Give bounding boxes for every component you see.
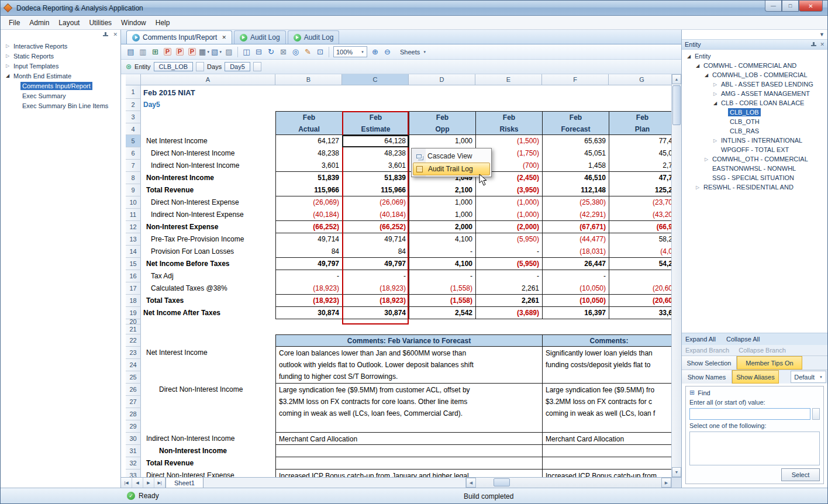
scroll-up-button[interactable]: ▲ [672, 74, 681, 84]
copy-button[interactable]: ⊟ [253, 46, 265, 58]
zoom-out-button[interactable]: ⊖ [381, 46, 394, 58]
column-header-A[interactable]: A [141, 74, 275, 85]
entity-tree-item[interactable]: CLB_RAS [682, 126, 827, 136]
scroll-right-button[interactable]: ▶ [661, 478, 671, 488]
row-label[interactable]: Pre-Tax Pre-Provision Income [141, 233, 275, 246]
cell[interactable]: 2,100 [409, 184, 475, 196]
protect-button[interactable]: ⊠ [277, 46, 289, 58]
cell[interactable]: (40,184) [342, 209, 409, 221]
close-panel-icon[interactable]: ✕ [113, 32, 118, 37]
cell[interactable]: 115,966 [342, 184, 409, 196]
cell[interactable]: 1,000 [409, 196, 475, 209]
cell[interactable]: 2,7 [609, 160, 675, 172]
row-label[interactable]: Total Revenue [141, 457, 275, 470]
header-cell[interactable]: Estimate [342, 123, 409, 135]
last-sheet-button[interactable]: ▶| [154, 478, 165, 488]
menu-admin[interactable]: Admin [25, 17, 54, 29]
comment-cell[interactable]: Large syndication fee ($9.5MM) fro $3.2M… [542, 384, 675, 433]
next-sheet-button[interactable]: ▶ [143, 478, 154, 488]
cell[interactable]: (1,558) [409, 295, 475, 307]
tree-toggle-icon[interactable]: ▷ [4, 53, 12, 58]
row-header-19[interactable]: 19 [126, 307, 141, 319]
cell[interactable]: 64,127 [275, 135, 342, 147]
header-cell[interactable]: Feb [475, 111, 542, 123]
menu-file[interactable]: File [4, 17, 25, 29]
select-button[interactable]: Select [781, 468, 820, 481]
header-cell[interactable]: Feb [542, 111, 609, 123]
tree-toggle-icon[interactable]: ◢ [702, 73, 710, 78]
alias-table-select[interactable]: Default ▼ [791, 371, 826, 383]
cell[interactable]: (18,923) [275, 295, 342, 307]
row-label[interactable]: Non-Interest Expense [141, 221, 275, 233]
cell[interactable]: 45,051 [542, 147, 609, 160]
entity-tree-item[interactable]: CLB_LOB [682, 108, 827, 117]
days-selector-picker[interactable] [253, 62, 261, 71]
sheets-dropdown[interactable]: Sheets ▼ [396, 46, 430, 58]
cell[interactable]: 48,238 [275, 147, 342, 160]
report-tree-item[interactable]: ▷Input Templates [1, 61, 120, 71]
row-header-28[interactable]: 28 [126, 408, 141, 420]
cell[interactable]: - [275, 270, 342, 282]
cell[interactable]: 30,874 [275, 307, 342, 319]
row-header-4[interactable]: 4 [126, 123, 141, 135]
header-cell[interactable]: Actual [275, 123, 342, 135]
cell[interactable]: - [409, 246, 475, 258]
show-aliases-button[interactable]: Show Aliases [732, 370, 779, 384]
column-header-F[interactable]: F [542, 74, 609, 85]
open-report-button[interactable]: ◫ [240, 46, 253, 58]
days-selector-value[interactable]: Day5 [225, 62, 250, 71]
cell[interactable]: (5,950) [475, 258, 542, 270]
row-header-5[interactable]: 5 [126, 135, 141, 147]
entity-tree-item[interactable]: ▷AMG - ASSET MANAGEMENT [682, 89, 827, 98]
cell[interactable]: 48,238 [342, 147, 409, 160]
tree-toggle-icon[interactable]: ◢ [711, 101, 719, 106]
cell[interactable]: 84 [275, 246, 342, 258]
comment-cell[interactable]: Increased ICP Bonus catch-up from Januar… [275, 470, 542, 477]
vertical-scroll-thumb[interactable] [672, 85, 681, 125]
row-header-12[interactable]: 12 [126, 221, 141, 233]
save-button[interactable]: ▤ [125, 46, 137, 58]
cell[interactable]: (67,671) [542, 221, 609, 233]
cell[interactable]: 77,4 [609, 135, 675, 147]
entity-tree-item[interactable]: ◢CLB - CORE LOAN BALACE [682, 98, 827, 108]
print-button[interactable]: ▦▼ [198, 46, 211, 58]
header-cell[interactable]: Risks [475, 123, 542, 135]
find-input[interactable] [689, 408, 810, 420]
report-tree-item[interactable]: ◢Month End Estimate [1, 71, 120, 81]
column-header-C[interactable]: C [342, 74, 409, 85]
report-tree-item[interactable]: ▷Interactive Reports [1, 41, 120, 51]
comment-cell[interactable]: Core loan balances lower than Jan and $6… [275, 347, 542, 384]
show-selection-button[interactable]: Show Selection [682, 356, 737, 370]
cell[interactable]: 49,714 [275, 233, 342, 246]
row-label[interactable]: Total Revenue [141, 184, 275, 196]
find-options-button[interactable] [812, 408, 820, 420]
row-header-29[interactable]: 29 [126, 420, 141, 433]
cell[interactable]: (20,60 [609, 295, 675, 307]
tab-close-icon[interactable]: ✕ [222, 34, 226, 40]
tree-toggle-icon[interactable]: ◢ [694, 63, 702, 68]
comment-cell[interactable]: Large syndication fee ($9.5MM) from cust… [275, 384, 542, 433]
cell[interactable]: 65,639 [542, 135, 609, 147]
report-tree-item[interactable]: Exec Summary [1, 91, 120, 101]
tree-toggle-icon[interactable]: ▷ [711, 91, 719, 96]
cell[interactable]: 1,000 [409, 135, 475, 147]
member-tips-toggle[interactable]: Member Tips On [737, 356, 802, 370]
header-cell[interactable]: Feb [275, 111, 342, 123]
scroll-down-button[interactable]: ▼ [672, 467, 681, 477]
menu-layout[interactable]: Layout [54, 17, 84, 29]
sheet-title-cell[interactable]: Feb 2015 NIAT [141, 85, 275, 99]
find-cell-button[interactable]: ◎ [289, 46, 302, 58]
row-header-10[interactable]: 10 [126, 196, 141, 209]
cell[interactable]: (66,252) [342, 221, 409, 233]
select-all-corner[interactable] [126, 74, 141, 85]
row-label[interactable]: Non-Interest Income [141, 445, 275, 457]
cell[interactable]: (3,950) [475, 184, 542, 196]
selectors-refresh-icon[interactable]: ⊛ [126, 63, 132, 71]
report-tree-item[interactable]: ▷Static Reports [1, 51, 120, 61]
row-label[interactable]: Direct Non-Interest Income [141, 147, 275, 160]
row-header-11[interactable]: 11 [126, 209, 141, 221]
cell[interactable]: - [409, 270, 475, 282]
row-header-31[interactable]: 31 [126, 445, 141, 457]
header-cell[interactable]: Plan [609, 123, 675, 135]
prev-sheet-button[interactable]: ◀ [132, 478, 143, 488]
